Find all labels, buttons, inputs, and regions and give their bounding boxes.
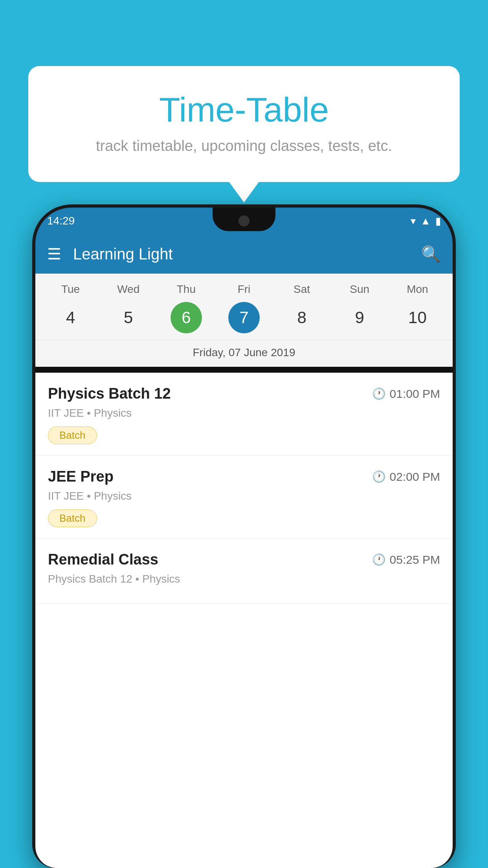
day-number: 10 (402, 302, 433, 333)
day-name: Wed (117, 283, 139, 296)
day-name: Tue (61, 283, 80, 296)
day-name: Thu (177, 283, 196, 296)
app-bar: ☰ Learning Light 🔍 (35, 234, 453, 274)
day-name: Mon (407, 283, 428, 296)
days-row: Tue4Wed5Thu6Fri7Sat8Sun9Mon10 (35, 283, 453, 333)
status-time: 14:29 (47, 215, 75, 227)
day-col-tue[interactable]: Tue4 (46, 283, 96, 333)
day-col-sun[interactable]: Sun9 (334, 283, 385, 333)
item-header: Remedial Class🕐 05:25 PM (48, 551, 440, 568)
batch-badge: Batch (48, 427, 97, 444)
batch-badge: Batch (48, 509, 97, 527)
clock-icon: 🕐 (372, 387, 386, 400)
day-number: 6 (171, 302, 202, 333)
camera (238, 215, 250, 226)
item-title: JEE Prep (48, 468, 114, 485)
bubble-subtitle: track timetable, upcoming classes, tests… (60, 138, 428, 154)
bubble-title: Time-Table (60, 90, 428, 130)
item-time: 🕐 05:25 PM (372, 553, 440, 566)
clock-icon: 🕐 (372, 470, 386, 483)
day-number: 9 (344, 302, 375, 333)
day-number: 8 (286, 302, 317, 333)
speech-bubble: Time-Table track timetable, upcoming cla… (28, 66, 460, 182)
day-number: 4 (55, 302, 86, 333)
item-time: 🕐 01:00 PM (372, 387, 440, 401)
day-name: Sun (350, 283, 369, 296)
day-number: 7 (228, 302, 260, 333)
phone-inner: 14:29 ▾ ▲ ▮ ☰ Learning Light 🔍 Tue4Wed5T… (35, 208, 453, 868)
hamburger-icon[interactable]: ☰ (47, 245, 61, 263)
item-subtitle: IIT JEE • Physics (48, 407, 440, 419)
item-time: 🕐 02:00 PM (372, 470, 440, 484)
schedule-item[interactable]: JEE Prep🕐 02:00 PMIIT JEE • PhysicsBatch (35, 456, 453, 539)
day-col-sat[interactable]: Sat8 (277, 283, 327, 333)
day-col-thu[interactable]: Thu6 (161, 283, 211, 333)
schedule-item[interactable]: Remedial Class🕐 05:25 PMPhysics Batch 12… (35, 539, 453, 604)
day-number: 5 (113, 302, 144, 333)
wifi-icon: ▾ (411, 215, 416, 227)
schedule-container: Physics Batch 12🕐 01:00 PMIIT JEE • Phys… (35, 373, 453, 868)
schedule-item[interactable]: Physics Batch 12🕐 01:00 PMIIT JEE • Phys… (35, 373, 453, 456)
clock-icon: 🕐 (372, 553, 386, 566)
search-icon[interactable]: 🔍 (421, 245, 441, 263)
signal-icon: ▲ (420, 215, 431, 227)
phone-frame: 14:29 ▾ ▲ ▮ ☰ Learning Light 🔍 Tue4Wed5T… (32, 204, 456, 868)
item-header: Physics Batch 12🕐 01:00 PM (48, 385, 440, 402)
day-col-wed[interactable]: Wed5 (103, 283, 154, 333)
day-col-mon[interactable]: Mon10 (392, 283, 442, 333)
item-title: Remedial Class (48, 551, 158, 568)
item-title: Physics Batch 12 (48, 385, 171, 402)
notch (213, 208, 275, 231)
item-subtitle: IIT JEE • Physics (48, 490, 440, 502)
item-subtitle: Physics Batch 12 • Physics (48, 573, 440, 585)
app-title: Learning Light (73, 245, 421, 263)
day-name: Sat (294, 283, 310, 296)
status-icons: ▾ ▲ ▮ (411, 215, 441, 227)
day-name: Fri (238, 283, 251, 296)
selected-date-label: Friday, 07 June 2019 (35, 340, 453, 367)
day-col-fri[interactable]: Fri7 (219, 283, 269, 333)
battery-icon: ▮ (435, 215, 441, 227)
calendar-strip: Tue4Wed5Thu6Fri7Sat8Sun9Mon10 Friday, 07… (35, 274, 453, 367)
item-header: JEE Prep🕐 02:00 PM (48, 468, 440, 485)
